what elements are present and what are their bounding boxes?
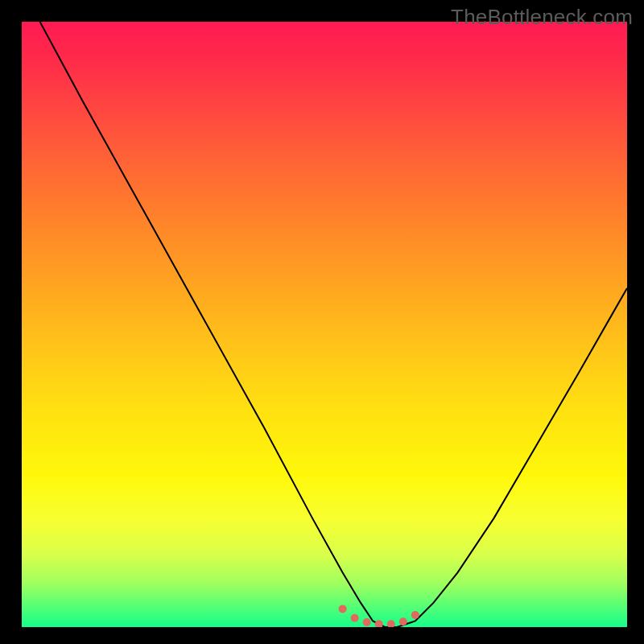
sweet-spot-dot — [387, 620, 395, 627]
curve-layer — [22, 22, 627, 627]
watermark-text: TheBottleneck.com — [451, 5, 633, 30]
bottleneck-curve-path — [40, 22, 627, 627]
sweet-spot-dot — [375, 620, 383, 627]
sweet-spot-dot — [399, 617, 407, 625]
sweet-spot-dot — [339, 605, 347, 613]
sweet-spot-dot — [363, 618, 371, 626]
sweet-spot-dot — [351, 614, 359, 622]
sweet-spot-dot — [411, 611, 419, 619]
chart-frame: TheBottleneck.com — [0, 0, 644, 644]
